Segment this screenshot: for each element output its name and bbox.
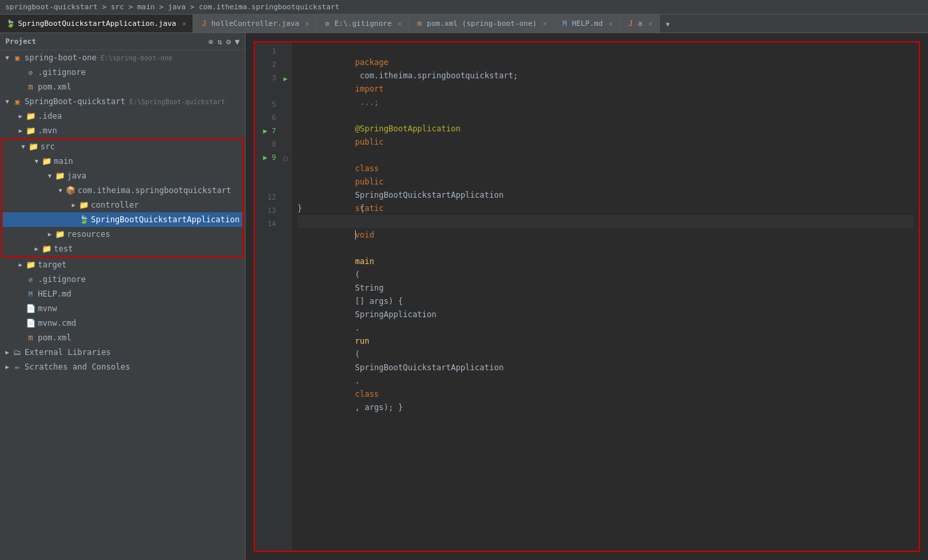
tree-item-ext-libraries[interactable]: 🗂 External Libraries: [0, 345, 245, 360]
tree-item-controller[interactable]: 📁 controller: [3, 198, 242, 212]
code-line-10: [297, 162, 913, 175]
tree-item-springboot-app[interactable]: 🍃 SpringBootQuickstartApplication: [3, 212, 242, 227]
tab-label: E:\.gitignore: [335, 19, 392, 28]
fold-line-11: [279, 178, 292, 191]
tab-springboot-app[interactable]: 🍃 SpringBootQuickstartApplication.java ✕: [0, 15, 193, 33]
tree-item-main[interactable]: 📁 main: [3, 154, 242, 169]
tab-close-btn[interactable]: ✕: [543, 20, 547, 27]
cursor: [355, 230, 360, 240]
sidebar-header-icons: ⊕ ⇅ ⚙ ▼: [208, 37, 240, 46]
folder-src-icon: 📁: [28, 142, 39, 151]
tree-item-mvnw[interactable]: 📄 mvnw: [0, 301, 245, 316]
tree-item-gitignore2[interactable]: ⊘ .gitignore: [0, 272, 245, 287]
tree-item-springboot-quickstart[interactable]: ▣ SpringBoot-quickstart E:\SpringBoot-qu…: [0, 94, 245, 109]
settings-icon[interactable]: ⚙: [226, 37, 231, 46]
keyword-import: import: [355, 84, 384, 94]
fold-line-1: [279, 45, 292, 58]
tree-item-label: src: [40, 142, 55, 151]
fold-line-9: ▢: [279, 151, 292, 165]
tree-item-target[interactable]: 📁 target: [0, 257, 245, 272]
gitignore-icon: ⊘: [323, 20, 331, 28]
tree-item-label: java: [67, 171, 86, 180]
md-icon2: M: [25, 289, 36, 299]
tree-item-label: pom.xml: [38, 333, 72, 342]
top-bar: springboot-quickstart > src > main > jav…: [0, 0, 928, 15]
tree-item-spring-boot-one[interactable]: ▣ spring-boot-one E:\spring-boot-one: [0, 50, 245, 65]
gutter-line-3: 3: [255, 72, 279, 85]
tab-close-btn[interactable]: ✕: [609, 20, 613, 27]
fold-line-4: [279, 85, 292, 98]
tab-close-btn[interactable]: ✕: [182, 20, 186, 27]
tree-item-label: Scratches and Consoles: [25, 362, 130, 372]
tree-item-mvn[interactable]: 📁 .mvn: [0, 123, 245, 138]
code-line-11: [297, 175, 913, 188]
line-gutter: 1 2 3 5 6 ▶ 7 8 ▶ 9 12 13 14: [255, 42, 279, 551]
gutter-line-1: 1: [255, 45, 279, 58]
tree-item-label: .gitignore: [38, 68, 86, 77]
tab-gitignore[interactable]: ⊘ E:\.gitignore ✕: [317, 15, 409, 33]
tree-item-gitignore1[interactable]: ⊘ .gitignore: [0, 65, 245, 80]
method-run: run: [355, 336, 370, 346]
tab-pom[interactable]: m pom.xml (spring-boot-one) ✕: [409, 15, 554, 33]
tree-item-idea[interactable]: 📁 .idea: [0, 109, 245, 123]
tree-item-label: resources: [67, 230, 110, 239]
tab-close-btn[interactable]: ✕: [305, 20, 309, 27]
tab-label: SpringBootQuickstartApplication.java: [18, 19, 176, 28]
sync-icon[interactable]: ⇅: [217, 37, 222, 46]
gutter-line-8: 8: [255, 138, 279, 151]
tree-item-src[interactable]: 📁 src: [3, 139, 242, 154]
tab-close-btn[interactable]: ✕: [649, 20, 653, 27]
arrow-icon: [45, 231, 54, 238]
tree-item-java[interactable]: 📁 java: [3, 169, 242, 183]
tab-close-btn[interactable]: ✕: [398, 20, 402, 27]
gutter-line-7: ▶ 7: [255, 125, 279, 138]
tab-extra[interactable]: J a ✕: [620, 15, 660, 33]
spring-class-icon: 🍃: [78, 215, 89, 224]
xml-icon: m: [416, 20, 424, 28]
tree-item-pom1[interactable]: m pom.xml: [0, 80, 245, 94]
type-string: String: [355, 283, 384, 293]
tree-item-resources[interactable]: 📁 resources: [3, 227, 242, 242]
keyword-package: package: [355, 58, 389, 67]
tree-item-path: E:\spring-boot-one: [100, 54, 172, 62]
keyword-class2: class: [355, 389, 379, 399]
tree-item-label: test: [54, 244, 73, 253]
tree-item-label: mvnw.cmd: [38, 318, 76, 328]
tab-overflow-btn[interactable]: ▾: [660, 15, 676, 33]
tree-item-test[interactable]: 📁 test: [3, 242, 242, 256]
tree-item-help[interactable]: M HELP.md: [0, 287, 245, 301]
type-springapp: SpringApplication: [355, 310, 437, 319]
main-content: Project ⊕ ⇅ ⚙ ▼ ▣ spring-boot-one E:\spr…: [0, 33, 928, 560]
code-line-4: [297, 82, 913, 96]
tree-item-pom2[interactable]: m pom.xml: [0, 330, 245, 345]
tree-item-com-pkg[interactable]: 📦 com.itheima.springbootquickstart: [3, 183, 242, 198]
arrow-icon: [3, 54, 12, 61]
tree-item-mvnwcmd[interactable]: 📄 mvnw.cmd: [0, 316, 245, 330]
file-icon: 📄: [25, 304, 36, 313]
tab-label: a: [638, 19, 643, 28]
folder-icon2: 📁: [25, 126, 36, 135]
tree-item-label: controller: [91, 200, 139, 210]
gutter-line-5: 5: [255, 98, 279, 111]
gitignore-icon2: ⊘: [25, 275, 36, 284]
tree-item-scratches[interactable]: ✏ Scratches and Consoles: [0, 360, 245, 374]
sidebar-title: Project: [5, 37, 36, 46]
top-bar-path: springboot-quickstart > src > main > jav…: [5, 3, 339, 11]
collapse-icon[interactable]: ▼: [235, 37, 240, 46]
code-content[interactable]: package com.itheima.springbootquickstart…: [292, 42, 919, 551]
tree-item-label: main: [54, 157, 73, 166]
tab-help[interactable]: M HELP.md ✕: [554, 15, 620, 33]
editor-area[interactable]: 1 2 3 5 6 ▶ 7 8 ▶ 9 12 13 14: [254, 41, 920, 552]
tree-item-label: pom.xml: [38, 82, 72, 92]
tree-item-label: .gitignore: [38, 275, 86, 284]
fold-line-5: [279, 98, 292, 111]
fold-line-8: [279, 138, 292, 151]
code-line-9: public static void main ( String [] args…: [297, 149, 913, 162]
fold-line-3: ▶: [279, 72, 292, 85]
tab-holle-controller[interactable]: J holleController.java ✕: [193, 15, 316, 33]
gutter-line-11: [255, 178, 279, 191]
add-icon[interactable]: ⊕: [208, 37, 213, 46]
code-line-6: @SpringBootApplication: [297, 109, 913, 122]
gitignore-icon: ⊘: [25, 68, 36, 77]
tree-item-label: com.itheima.springbootquickstart: [78, 186, 231, 195]
